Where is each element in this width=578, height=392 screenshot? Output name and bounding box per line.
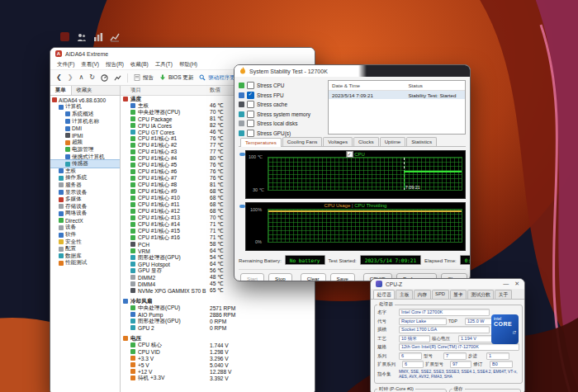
tree-node-icon [65,147,70,152]
bios-update-button[interactable]: BIOS 更新 [159,74,193,82]
sensor-icon [130,229,135,234]
column-value[interactable]: 数值 [210,87,220,94]
tree-item-node[interactable]: 配置 [50,245,120,253]
people-icon[interactable] [76,31,87,42]
aida64-titlebar[interactable]: A AIDA64 Extreme [50,48,315,59]
splitter-handle[interactable] [239,153,245,156]
cpuz-window: CPU-Z — ✕ 处理器主板内存SPD显卡测试分数关于 处理器 名字Intel… [370,278,525,392]
tree-item-node[interactable]: 多媒体 [50,196,120,203]
cpuz-titlebar[interactable]: CPU-Z — ✕ [371,279,524,289]
up-icon[interactable]: ∧ [78,74,83,81]
tree-item-node[interactable]: 电源管理 [50,146,120,153]
cpuz-tab-SPD[interactable]: SPD [432,290,449,299]
menu-item[interactable]: 报告(R) [106,61,124,68]
stress-checkbox[interactable] [247,101,254,108]
menu-item[interactable]: 文件(F) [57,61,74,68]
usage-y-min: 0% [255,239,262,244]
sensor-icon [130,235,135,240]
tree-item-node[interactable]: 便携式计算机 [50,153,120,161]
bar-chart-icon[interactable] [92,31,103,42]
tree-item-node[interactable]: 安全性 [50,239,120,246]
tree-item-node[interactable]: 计算机 [50,104,120,111]
sst-tab-temperatures[interactable]: Temperatures [240,138,282,147]
tree-node-icon [59,204,64,209]
stress-checkbox[interactable] [247,130,254,137]
menu-item[interactable]: 收藏(B) [130,61,149,68]
gauge-icon[interactable] [101,70,108,85]
tree-item-node[interactable]: 软件 [50,231,120,239]
aida64-title: AIDA64 Extreme [65,51,108,57]
tree-node-icon [59,182,64,187]
tree-node-icon [59,247,64,252]
sensor-icon [130,149,135,154]
chart-icon[interactable] [114,70,121,85]
cpuz-tab-内存[interactable]: 内存 [414,290,431,299]
tree-item-node[interactable]: DMI [50,125,120,132]
tree-item-node[interactable]: 计算机名称 [50,118,120,125]
back-icon[interactable]: ❮ [56,74,62,81]
tree-item-node[interactable]: 存储设备 [50,203,120,210]
line-chart-icon[interactable] [109,31,120,42]
log-col-datetime[interactable]: Date & Time [329,83,408,88]
tree-item-selected[interactable]: 传感器 [50,160,120,168]
legend-checkbox[interactable]: ✓ [346,151,353,158]
report-button[interactable]: 报告 [134,74,154,82]
start-button[interactable]: Start [240,273,264,281]
tree-item-node[interactable]: 主板 [50,168,120,175]
stress-option: Stress local disks [239,120,323,127]
close-button[interactable]: ✕ [514,281,519,287]
tree-item-node[interactable]: 显示设备 [50,189,120,196]
sensor-row: NVMe XPG GAMMIX S70 B65 ℃ [121,287,315,294]
stress-checkbox[interactable] [247,120,254,127]
column-item[interactable]: 项目 [121,87,210,94]
aida-node-icon [59,197,64,202]
sensor-icon [130,209,135,214]
sst-tab-voltages[interactable]: Voltages [323,137,353,146]
sensor-icon [130,163,135,168]
tree-item-node[interactable]: 设备 [50,224,120,232]
cpuz-tab-测试分数[interactable]: 测试分数 [467,290,494,299]
sensor-row: CPU 核心1.744 V [121,342,315,348]
stress-checkbox[interactable] [247,111,254,118]
stop-button[interactable]: Stop [268,273,292,281]
sst-tab-cooling-fans[interactable]: Cooling Fans [282,137,322,146]
log-col-status[interactable]: Status [408,83,465,88]
sst-log-list[interactable]: Date & Time Status 2023/5/14 7:09:21Stab… [328,80,466,135]
tree-item-node[interactable]: 服务器 [50,182,120,189]
app-icon[interactable] [59,31,70,42]
cpuz-tab-处理器[interactable]: 处理器 [373,290,395,299]
sst-tab-clocks[interactable]: Clocks [353,137,379,146]
cpuz-tab-主板[interactable]: 主板 [396,290,413,299]
tree-item-node[interactable]: 超频 [50,139,120,147]
tab-favorites[interactable]: 收藏夹 [72,86,97,95]
forward-icon[interactable]: ❯ [68,74,73,81]
tab-menu[interactable]: 菜单 [50,86,72,95]
tree-item-node[interactable]: 性能测试 [50,260,120,267]
cpuz-tab-关于[interactable]: 关于 [495,290,512,299]
log-row[interactable]: 2023/5/14 7:09:21Stability Test: Started [329,91,465,99]
menu-item[interactable]: 工具(T) [155,61,173,68]
tree-item-node[interactable]: IPMI [50,132,120,139]
minimize-button[interactable]: — [503,281,509,287]
stress-checkbox[interactable] [247,92,254,99]
sst-tab-statistics[interactable]: Statistics [406,137,437,146]
cpuz-tab-显卡[interactable]: 显卡 [450,290,467,299]
refresh-icon[interactable]: ↻ [89,74,95,81]
tree-item-node[interactable]: DirectX [50,217,120,224]
tree-item-node[interactable]: 数据库 [50,253,120,260]
sst-tab-uptime[interactable]: Uptime [380,137,406,146]
save-button[interactable]: Save [330,273,355,281]
tree-item-node[interactable]: 操作系统 [50,175,120,182]
sst-titlebar[interactable]: System Stability Test - 12700K [235,65,470,77]
cpuz-field: 6 [399,352,422,360]
tree-item-node[interactable]: AIDA64 v6.88.6300 [50,97,120,104]
splitter-handle-2[interactable] [239,205,245,208]
tree-item-node[interactable]: 系统概述 [50,111,120,118]
stress-checkbox[interactable] [247,82,254,89]
menu-item[interactable]: 查看(V) [81,61,99,68]
sensor-row: DIMM445 ℃ [121,281,315,287]
clear-button[interactable]: Clear [301,273,326,281]
tree-item-node[interactable]: 网络设备 [50,210,120,218]
menu-item[interactable]: 帮助(H) [179,61,197,68]
cpuz-tabs: 处理器主板内存SPD显卡测试分数关于 [371,289,524,300]
